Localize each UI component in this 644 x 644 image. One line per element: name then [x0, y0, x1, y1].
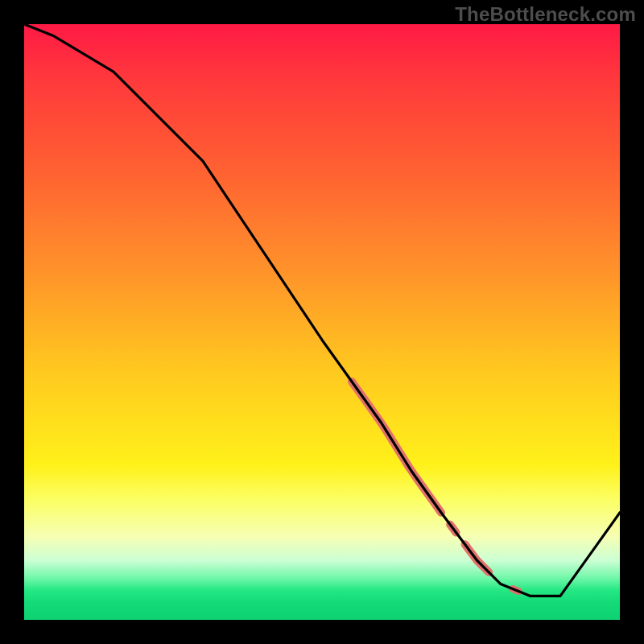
highlight-layer [352, 382, 518, 591]
chart-frame: TheBottleneck.com [0, 0, 644, 644]
chart-line [24, 24, 620, 596]
watermark-text: TheBottleneck.com [455, 3, 636, 26]
chart-svg [24, 24, 620, 620]
plot-area [24, 24, 620, 620]
